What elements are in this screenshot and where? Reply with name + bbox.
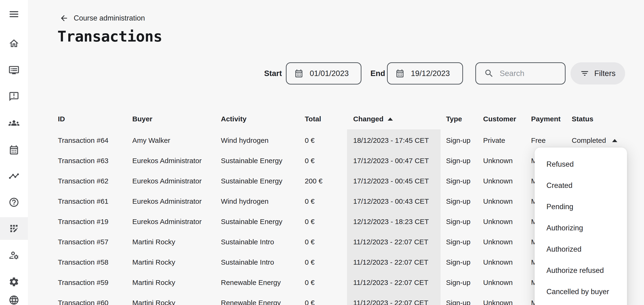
status-dropdown-menu: Refused Created Pending Authorizing Auth… [534,148,627,305]
sidebar-item-feedback[interactable] [0,85,28,108]
cell-id: Transaction #60 [58,293,108,305]
sidebar-item-home[interactable] [0,32,28,55]
cell-activity: Sustainable Energy [221,151,282,171]
cell-total: 0 € [305,232,315,252]
column-header-customer[interactable]: Customer [483,111,516,127]
cell-customer: Unknown [483,151,513,171]
column-header-changed[interactable]: Changed [353,111,393,127]
cell-buyer: Eurekos Administrator [132,191,202,212]
cell-changed: 12/12/2023 - 18:23 CET [353,212,429,232]
menu-icon [8,9,19,19]
sidebar-item-calendar[interactable] [0,139,28,161]
end-date-input[interactable]: 19/12/2023 [387,62,463,84]
cell-changed: 17/12/2023 - 00:47 CET [353,151,429,171]
end-date-label: End [370,62,385,84]
cell-customer: Private [483,130,505,151]
status-option[interactable]: Cancelled by buyer [534,281,627,303]
cell-activity: Renewable Energy [221,273,281,293]
cell-customer: Unknown [483,232,513,252]
calendar-icon [8,144,19,155]
menu-button[interactable] [0,3,28,25]
cell-changed: 17/12/2023 - 00:45 CET [353,171,429,191]
cell-customer: Unknown [483,293,513,305]
feedback-icon [8,91,19,102]
sidebar-item-manage-accounts[interactable] [0,244,28,267]
cell-type: Sign-up [446,293,470,305]
cell-id: Transaction #58 [58,252,108,273]
status-option[interactable]: Authorized [534,239,627,260]
language-icon [8,295,19,305]
back-arrow-icon[interactable] [60,14,68,23]
cell-buyer: Martini Rocky [132,273,175,293]
cell-id: Transaction #57 [58,232,108,252]
column-header-type[interactable]: Type [446,111,462,127]
column-header-id[interactable]: ID [58,111,65,127]
cell-customer: Unknown [483,212,513,232]
column-header-status[interactable]: Status [572,111,594,127]
page-title: Transactions [58,28,162,45]
cell-customer: Unknown [483,252,513,273]
settings-icon [8,277,19,287]
cell-total: 200 € [305,171,322,191]
cell-type: Sign-up [446,191,470,212]
cell-buyer: Eurekos Administrator [132,212,202,232]
column-header-payment[interactable]: Payment [531,111,560,127]
cell-customer: Unknown [483,171,513,191]
filters-button[interactable]: Filters [570,62,625,84]
home-icon [8,38,19,49]
status-option[interactable]: Created [534,175,627,196]
column-header-activity[interactable]: Activity [221,111,246,127]
cell-activity: Sustainable Energy [221,171,282,191]
status-option[interactable]: Pending [534,196,627,217]
filters-button-label: Filters [594,69,616,78]
sidebar-item-reports[interactable] [0,165,28,187]
cell-activity: Sustainable Energy [221,212,282,232]
cell-buyer: Amy Walker [132,130,170,151]
cell-total: 0 € [305,130,315,151]
column-header-buyer[interactable]: Buyer [132,111,152,127]
cell-changed: 18/12/2023 - 17:45 CET [353,130,429,151]
sidebar-item-help[interactable] [0,191,28,214]
cell-activity: Renewable Energy [221,293,281,305]
help-icon [8,197,19,208]
sidebar-item-course-administration[interactable] [0,217,28,240]
cell-buyer: Martini Rocky [132,252,175,273]
manage-accounts-icon [8,250,19,261]
column-header-total[interactable]: Total [305,111,321,127]
cell-buyer: Eurekos Administrator [132,151,202,171]
cell-buyer: Martini Rocky [132,232,175,252]
calendar-icon [395,69,405,78]
cell-type: Sign-up [446,151,470,171]
cell-id: Transaction #63 [58,151,108,171]
breadcrumb: Course administration [60,13,145,23]
cell-activity: Wind hydrogen [221,191,268,212]
status-option[interactable]: Refused [534,154,627,175]
cell-total: 0 € [305,293,315,305]
search-icon [484,68,494,78]
cell-id: Transaction #61 [58,191,108,212]
status-option[interactable]: Authorizing [534,217,627,239]
status-option[interactable]: Authorize refused [534,260,627,281]
search-box[interactable] [475,62,566,84]
cell-changed: 11/12/2023 - 22:07 CET [353,232,428,252]
search-input[interactable] [500,69,559,78]
sidebar-item-dashboard[interactable] [0,59,28,81]
cell-changed: 11/12/2023 - 22:07 CET [353,252,428,273]
cell-type: Sign-up [446,252,470,273]
start-date-input[interactable]: 01/01/2023 [286,62,362,84]
calendar-icon [294,69,304,78]
sidebar-item-groups[interactable] [0,112,28,134]
cell-customer: Unknown [483,191,513,212]
sort-ascending-icon [388,118,393,121]
cell-changed: 11/12/2023 - 22:07 CET [353,273,428,293]
cell-total: 0 € [305,273,315,293]
timeline-icon [8,171,19,182]
start-date-value: 01/01/2023 [310,69,349,78]
cell-total: 0 € [305,151,315,171]
sidebar-item-language[interactable] [0,289,28,305]
end-date-value: 19/12/2023 [411,69,450,78]
cell-id: Transaction #62 [58,171,108,191]
caret-up-icon [612,139,617,142]
cell-changed: 17/12/2023 - 00:43 CET [353,191,429,212]
cell-customer: Unknown [483,273,513,293]
